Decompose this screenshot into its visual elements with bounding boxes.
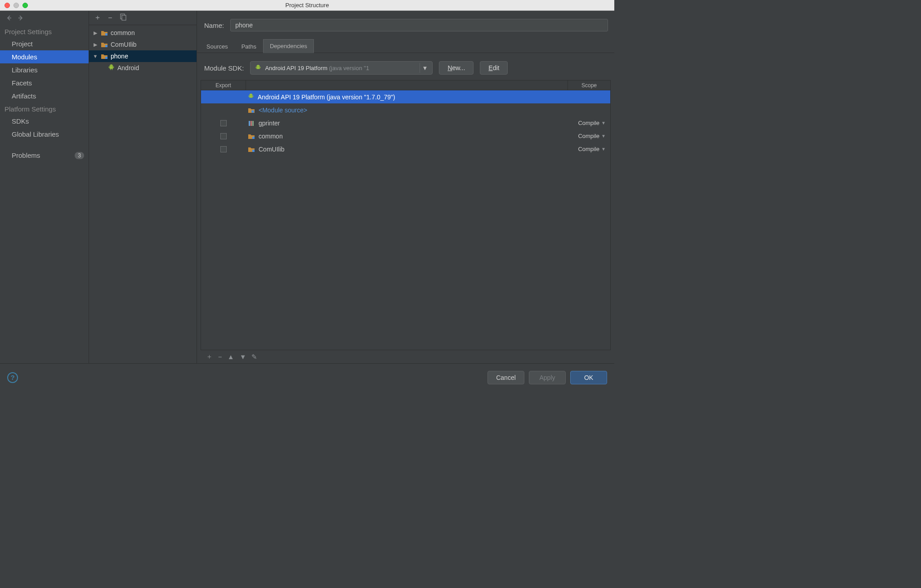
apply-button[interactable]: Apply [529, 371, 566, 384]
svg-rect-16 [249, 95, 249, 97]
export-checkbox[interactable] [220, 146, 227, 152]
android-icon [255, 64, 261, 71]
remove-module-icon[interactable]: − [106, 14, 114, 22]
module-name-input[interactable] [230, 19, 608, 31]
folder-icon [101, 41, 108, 48]
svg-rect-15 [250, 95, 253, 98]
dependency-row[interactable]: <Module source> [201, 103, 610, 116]
sidebar-heading-project-settings: Project Settings [0, 25, 89, 37]
tree-item-phone[interactable]: ▼ phone [89, 50, 197, 62]
sidebar-item-project[interactable]: Project [0, 37, 89, 50]
edit-dependency-icon[interactable]: ✎ [251, 353, 257, 361]
module-sdk-select[interactable]: Android API 19 Platform (java version "1… [250, 61, 433, 75]
dependency-row[interactable]: ComUIlib Compile▼ [201, 143, 610, 156]
name-label: Name: [204, 22, 224, 29]
modules-tree: ▶ common ▶ ComUIlib ▼ phone [89, 25, 197, 74]
module-icon [248, 146, 255, 152]
sidebar-item-artifacts[interactable]: Artifacts [0, 89, 89, 102]
svg-rect-17 [253, 95, 253, 97]
svg-rect-9 [112, 69, 112, 70]
add-module-icon[interactable]: ＋ [94, 13, 102, 22]
dependency-label: Android API 19 Platform (java version "1… [258, 94, 395, 101]
expand-icon[interactable]: ▶ [93, 30, 98, 36]
library-icon [248, 120, 255, 126]
svg-rect-19 [249, 121, 250, 126]
svg-rect-2 [105, 33, 107, 36]
module-tabs: Sources Paths Dependencies [197, 39, 614, 53]
ok-button[interactable]: OK [570, 371, 607, 384]
tab-paths[interactable]: Paths [235, 40, 263, 53]
sidebar-heading-platform-settings: Platform Settings [0, 102, 89, 115]
export-checkbox[interactable] [220, 120, 227, 126]
expand-icon[interactable]: ▶ [93, 42, 98, 48]
remove-dependency-icon[interactable]: − [218, 353, 222, 361]
new-sdk-button[interactable]: New... [439, 61, 474, 75]
svg-rect-3 [105, 45, 107, 47]
svg-rect-22 [252, 137, 255, 139]
sidebar-item-global-libraries[interactable]: Global Libraries [0, 128, 89, 141]
module-icon [248, 133, 255, 139]
tree-toolbar: ＋ − [89, 11, 197, 25]
android-icon [108, 64, 115, 72]
dependency-row[interactable]: common Compile▼ [201, 129, 610, 143]
sidebar-item-facets[interactable]: Facets [0, 76, 89, 89]
cancel-button[interactable]: Cancel [487, 371, 524, 384]
modules-tree-panel: ＋ − ▶ common ▶ ComUIlib ▼ [89, 11, 197, 363]
scope-select[interactable]: Compile▼ [568, 146, 610, 152]
chevron-down-icon: ▼ [601, 147, 606, 151]
collapse-icon[interactable]: ▼ [93, 53, 98, 59]
dependencies-table: Export Scope Android API 19 Platform (ja… [201, 80, 611, 350]
svg-rect-14 [260, 67, 260, 68]
dependency-label: <Module source> [259, 107, 307, 114]
dependency-row[interactable]: Android API 19 Platform (java version "1… [201, 90, 610, 103]
export-checkbox[interactable] [220, 133, 227, 139]
help-icon[interactable]: ? [7, 372, 18, 383]
chevron-down-icon: ▼ [601, 134, 606, 138]
svg-rect-5 [110, 67, 113, 69]
history-toolbar [0, 11, 89, 25]
window-title: Project Structure [0, 2, 614, 9]
header-name [246, 80, 568, 90]
copy-module-icon[interactable] [119, 13, 127, 22]
back-icon[interactable] [4, 13, 13, 22]
scope-select[interactable]: Compile▼ [568, 120, 610, 126]
svg-rect-20 [250, 121, 252, 126]
tree-item-comuilib[interactable]: ▶ ComUIlib [89, 39, 197, 50]
tree-item-label: common [111, 29, 135, 36]
chevron-down-icon: ▼ [601, 120, 606, 125]
move-down-icon[interactable]: ▼ [240, 353, 246, 361]
tree-item-android[interactable]: Android [89, 62, 197, 74]
scope-select[interactable]: Compile▼ [568, 133, 610, 139]
dependency-label: common [259, 133, 283, 140]
svg-rect-13 [256, 67, 256, 68]
tree-item-label: ComUIlib [111, 41, 137, 48]
svg-rect-23 [252, 150, 255, 152]
chevron-down-icon[interactable]: ▼ [420, 63, 429, 73]
dependency-label: gprinter [259, 120, 280, 127]
svg-rect-7 [113, 67, 114, 68]
module-sdk-label: Module SDK: [204, 64, 244, 72]
move-up-icon[interactable]: ▲ [228, 353, 234, 361]
folder-icon [101, 30, 108, 36]
svg-rect-8 [110, 69, 111, 70]
tree-item-common[interactable]: ▶ common [89, 27, 197, 39]
header-export[interactable]: Export [201, 80, 246, 90]
dependency-label: ComUIlib [259, 146, 285, 153]
folder-icon [101, 53, 108, 59]
sidebar-item-problems[interactable]: Problems 3 [0, 149, 89, 162]
tab-sources[interactable]: Sources [200, 40, 235, 53]
tree-item-label: Android [117, 64, 139, 71]
sidebar-item-modules[interactable]: Modules [0, 50, 89, 63]
sidebar-item-sdks[interactable]: SDKs [0, 115, 89, 128]
forward-icon[interactable] [16, 13, 25, 22]
dependency-row[interactable]: gprinter Compile▼ [201, 116, 610, 129]
add-dependency-icon[interactable]: ＋ [206, 352, 213, 361]
tab-dependencies[interactable]: Dependencies [263, 39, 314, 53]
svg-point-18 [251, 110, 254, 113]
settings-sidebar: Project Settings Project Modules Librari… [0, 11, 89, 363]
module-source-icon [248, 107, 255, 113]
header-scope[interactable]: Scope [568, 80, 610, 90]
edit-sdk-button[interactable]: Edit [480, 61, 508, 75]
sidebar-item-libraries[interactable]: Libraries [0, 63, 89, 76]
svg-rect-12 [257, 67, 260, 69]
